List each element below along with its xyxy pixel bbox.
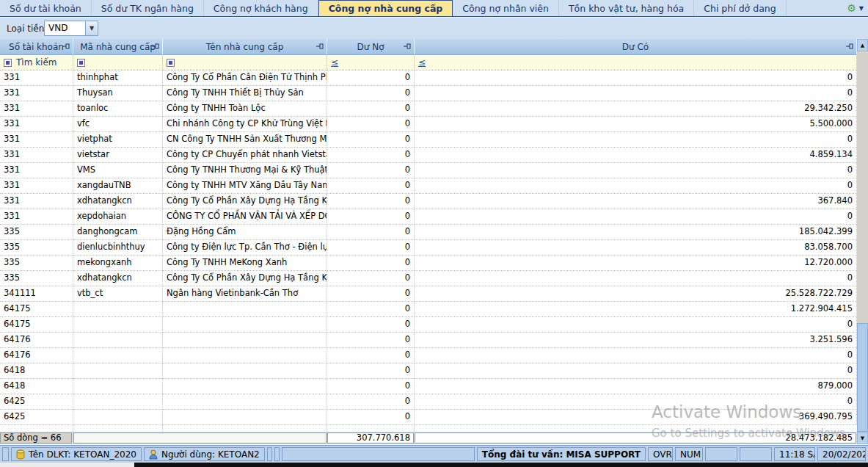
cell-co: 12.720.000	[415, 256, 857, 271]
column-header-supplier-name[interactable]: Tên nhà cung cấp	[163, 39, 327, 55]
cell-no: 0	[327, 286, 415, 302]
cell-acc: 341111	[0, 286, 73, 302]
table-row[interactable]: 331vfcChi nhánh Công ty CP Khử Trùng Việ…	[0, 117, 857, 132]
cell-no: 0	[327, 148, 415, 163]
checkbox-icon[interactable]	[4, 59, 12, 67]
table-row[interactable]: 331vietphatCN Công Ty TNHH Sản Xuất Thươ…	[0, 132, 857, 148]
cell-acc: 335	[0, 256, 73, 271]
cell-acc: 64176	[0, 333, 73, 348]
tab-active[interactable]: Công nợ nhà cung cấp	[318, 0, 453, 16]
less-equal-operator[interactable]: ≤	[418, 57, 426, 68]
tab-item[interactable]: Tồn kho vật tư, hàng hóa	[559, 0, 694, 16]
status-num: NUM	[675, 447, 703, 461]
cell-code: xdhatangkcn	[73, 194, 163, 209]
table-row[interactable]: 331vietstarCông ty CP Chuyển phát nhanh …	[0, 148, 857, 163]
status-user: Người dùng: KETOAN2	[144, 447, 265, 461]
cell-code: vfc	[73, 117, 163, 132]
table-row[interactable]: 6417600	[0, 348, 857, 363]
checkbox-icon[interactable]	[167, 59, 175, 67]
cell-acc: 331	[0, 117, 73, 132]
cell-co: 0	[415, 317, 857, 333]
cell-no: 0	[327, 194, 415, 209]
vertical-scrollbar[interactable]: ▲ ▼	[857, 39, 868, 444]
filter-supplier-code[interactable]	[73, 55, 163, 70]
cell-no: 0	[327, 363, 415, 379]
table-row[interactable]: 6417501.272.904.415	[0, 302, 857, 317]
table-row[interactable]: 335mekongxanhCông Ty TNHH MeKong Xanh012…	[0, 256, 857, 271]
cell-name	[163, 363, 327, 379]
cell-co: 0	[415, 209, 857, 225]
pin-icon[interactable]	[152, 43, 159, 50]
cell-no: 0	[327, 256, 415, 271]
scrollbar-thumb[interactable]	[857, 323, 868, 432]
chevron-down-icon[interactable]: ▼	[859, 5, 864, 12]
table-row[interactable]: 335danghongcamĐặng Hồng Cẩm0185.042.399	[0, 225, 857, 240]
filter-supplier-name[interactable]	[163, 55, 327, 70]
cell-co: 0	[415, 348, 857, 363]
column-header-supplier-code[interactable]: Mã nhà cung cấp	[73, 39, 163, 55]
column-header-debit[interactable]: Dư Nợ	[327, 39, 415, 55]
table-row[interactable]: 331thinhphatCông Ty Cổ Phần Cân Điện Tử …	[0, 70, 857, 86]
cell-no: 0	[327, 333, 415, 348]
table-row[interactable]: 331xepdohaianCÔNG TY CỔ PHẦN VẬN TẢI VÀ …	[0, 209, 857, 225]
table-row[interactable]: 6417500	[0, 317, 857, 333]
less-equal-operator[interactable]: ≤	[331, 57, 338, 68]
cell-code: toanloc	[73, 101, 163, 117]
cell-acc: 331	[0, 101, 73, 117]
tab-item[interactable]: Số dư tài khoản	[0, 0, 92, 16]
column-header-account[interactable]: Số tài khoản	[0, 39, 73, 55]
gear-icon[interactable]: ⚙	[847, 3, 856, 13]
table-row[interactable]: 642500	[0, 394, 857, 410]
cell-no: 0	[327, 101, 415, 117]
checkbox-icon[interactable]	[77, 59, 85, 67]
cell-acc: 331	[0, 163, 73, 178]
cell-co: 367.840	[415, 194, 857, 209]
scroll-up-icon[interactable]: ▲	[857, 39, 868, 51]
pin-icon[interactable]	[62, 43, 70, 50]
filter-account[interactable]: Tìm kiếm	[0, 55, 73, 70]
pin-icon[interactable]	[316, 43, 324, 50]
cell-acc: 335	[0, 225, 73, 240]
pin-icon[interactable]	[846, 43, 853, 50]
cell-acc: 335	[0, 271, 73, 286]
currency-select[interactable]: VND ▼	[44, 21, 98, 36]
table-row[interactable]: 6417603.251.596	[0, 333, 857, 348]
cell-no: 0	[327, 348, 415, 363]
cell-acc: 331	[0, 86, 73, 101]
settings-area: ⚙ ▼	[847, 0, 868, 16]
table-row[interactable]: 641800	[0, 363, 857, 379]
table-row[interactable]: 331ThuysanCông Ty TNHH Thiết Bị Thủy Sản…	[0, 86, 857, 101]
tab-item[interactable]: Chi phí dở dang	[694, 0, 786, 16]
pin-icon[interactable]	[404, 43, 411, 50]
cell-acc: 6418	[0, 363, 73, 379]
column-header-credit[interactable]: Dư Có	[415, 39, 857, 55]
table-row[interactable]: 331xangdauTNBCông ty TNHH MTV Xăng Dầu T…	[0, 178, 857, 194]
tab-item[interactable]: Số dư TK ngân hàng	[92, 0, 204, 16]
table-row[interactable]: 331toanlocCông ty TNHH Toàn Lộc029.342.2…	[0, 101, 857, 117]
user-icon	[149, 449, 158, 460]
table-row[interactable]: 64180879.000	[0, 379, 857, 394]
credit-total: 28.473.182.485	[415, 432, 856, 444]
table-row[interactable]: 335xdhatangkcnCông Ty Cổ Phần Xây Dựng H…	[0, 271, 857, 286]
cell-name: Ngân hàng Vietinbank-Cần Thơ	[163, 286, 327, 302]
cell-code	[73, 317, 163, 333]
tab-item[interactable]: Công nợ nhân viên	[453, 0, 559, 16]
tab-item[interactable]: Công nợ khách hàng	[204, 0, 318, 16]
table-row[interactable]: 64250369.490.795	[0, 410, 857, 425]
cell-name: Công Ty Cổ Phần Cân Điện Tử Thịnh Phát	[163, 70, 327, 86]
table-row[interactable]: 331xdhatangkcnCông Ty Cổ Phần Xây Dựng H…	[0, 194, 857, 209]
combo-dropdown-icon[interactable]: ▼	[85, 21, 98, 35]
filter-row: Tìm kiếm ≤ ≤	[0, 55, 857, 70]
filter-debit[interactable]: ≤	[327, 55, 415, 70]
cell-code: xepdohaian	[73, 209, 163, 225]
cell-no: 0	[327, 410, 415, 425]
cell-name: Đặng Hồng Cẩm	[163, 225, 327, 240]
cell-name	[163, 333, 327, 348]
grid-rows: 331thinhphatCông Ty Cổ Phần Cân Điện Tử …	[0, 70, 857, 425]
table-row[interactable]: 341111vtb_ctNgân hàng Vietinbank-Cần Thơ…	[0, 286, 857, 302]
table-row[interactable]: 335dienlucbinhthuyCông ty Điện lực Tp. C…	[0, 240, 857, 256]
filter-credit[interactable]: ≤	[415, 55, 857, 70]
cell-co: 25.528.722.729	[415, 286, 857, 302]
scroll-down-icon[interactable]: ▼	[857, 432, 868, 444]
table-row[interactable]: 331VMSCông Ty TNHH Thương Mại & Kỹ Thuật…	[0, 163, 857, 178]
